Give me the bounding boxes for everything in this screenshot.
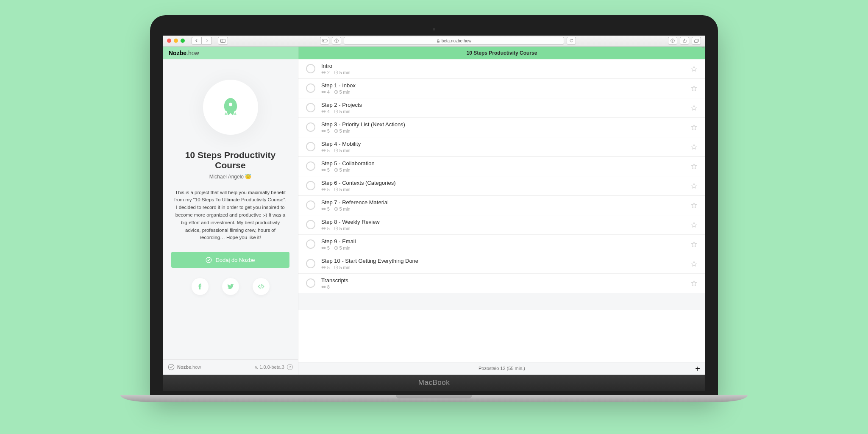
star-button[interactable]	[690, 163, 698, 170]
share-embed-button[interactable]	[253, 278, 270, 295]
svg-point-23	[322, 130, 324, 132]
comments-count: 2	[321, 70, 330, 75]
task-main: Step 4 - Mobility55 min	[321, 141, 684, 153]
content-title: 10 Steps Productivity Course	[467, 50, 537, 56]
tabs-button[interactable]	[692, 37, 701, 45]
reader-button[interactable]	[320, 37, 329, 45]
clock-icon	[334, 226, 338, 231]
fullscreen-window-button[interactable]	[181, 39, 185, 43]
star-button[interactable]	[690, 143, 698, 150]
task-meta: 45 min	[321, 109, 684, 114]
clock-icon	[334, 70, 338, 75]
task-checkbox[interactable]	[306, 161, 315, 171]
footer-brand[interactable]: Nozbe.how	[168, 364, 201, 370]
comments-count: 5	[321, 265, 330, 270]
svg-point-17	[322, 91, 324, 93]
time-estimate: 5 min	[334, 128, 351, 134]
task-checkbox[interactable]	[306, 239, 315, 249]
task-row[interactable]: Step 4 - Mobility55 min	[298, 137, 705, 157]
back-button[interactable]	[192, 37, 202, 45]
screen-bezel: beta.nozbe.how	[150, 15, 718, 395]
task-checkbox[interactable]	[306, 259, 315, 268]
site-info-button[interactable]	[332, 37, 341, 45]
task-title: Step 7 - Reference Material	[321, 199, 684, 206]
new-tab-button[interactable]: +	[702, 45, 704, 50]
clock-icon	[334, 187, 338, 192]
star-button[interactable]	[690, 202, 698, 209]
star-icon	[690, 104, 698, 111]
downloads-button[interactable]	[668, 37, 677, 45]
task-checkbox[interactable]	[306, 142, 315, 151]
task-checkbox[interactable]	[306, 103, 315, 112]
star-button[interactable]	[690, 221, 698, 228]
share-button[interactable]	[680, 37, 689, 45]
task-checkbox[interactable]	[306, 278, 315, 288]
comments-icon	[321, 285, 326, 289]
rocket-icon	[220, 96, 242, 118]
task-row[interactable]: Step 1 - Inbox45 min	[298, 79, 705, 98]
star-button[interactable]	[690, 182, 698, 189]
task-checkbox[interactable]	[306, 200, 315, 210]
star-button[interactable]	[690, 65, 698, 72]
svg-point-26	[322, 149, 324, 151]
close-window-button[interactable]	[167, 39, 171, 43]
svg-point-42	[323, 247, 326, 249]
task-checkbox[interactable]	[306, 181, 315, 190]
task-title: Step 9 - Email	[321, 238, 684, 245]
address-text: beta.nozbe.how	[442, 39, 472, 43]
star-icon	[690, 65, 698, 72]
task-meta: 8	[321, 284, 684, 289]
task-main: Step 6 - Contexts (Categories)55 min	[321, 180, 684, 192]
comments-count: 5	[321, 226, 330, 231]
help-button[interactable]: ?	[287, 364, 293, 370]
task-row[interactable]: Transcripts8	[298, 274, 705, 293]
comments-count: 4	[321, 89, 330, 95]
time-estimate: 5 min	[334, 109, 351, 114]
comments-count: 8	[321, 284, 330, 289]
task-checkbox[interactable]	[306, 83, 315, 93]
star-button[interactable]	[690, 85, 698, 92]
task-row[interactable]: Step 5 - Collaboration55 min	[298, 157, 705, 176]
window-controls	[167, 39, 185, 43]
share-facebook-button[interactable]	[192, 278, 209, 295]
task-checkbox[interactable]	[306, 122, 315, 132]
address-bar[interactable]: beta.nozbe.how	[344, 37, 564, 45]
comments-count: 5	[321, 167, 330, 172]
comments-count: 5	[321, 245, 330, 250]
task-row[interactable]: Step 9 - Email55 min	[298, 235, 705, 254]
star-button[interactable]	[690, 241, 698, 248]
svg-point-3	[323, 40, 324, 42]
task-row[interactable]: Step 6 - Contexts (Categories)55 min	[298, 176, 705, 196]
forward-button[interactable]	[202, 37, 212, 45]
sidebar-toggle-button[interactable]	[218, 37, 228, 45]
star-button[interactable]	[690, 104, 698, 111]
star-button[interactable]	[690, 124, 698, 131]
task-checkbox[interactable]	[306, 220, 315, 229]
reload-button[interactable]	[567, 37, 576, 45]
star-button[interactable]	[690, 260, 698, 267]
task-row[interactable]: Intro25 min	[298, 59, 705, 79]
app-logo[interactable]: Nozbe.how	[163, 47, 298, 59]
task-row[interactable]: Step 7 - Reference Material55 min	[298, 196, 705, 215]
task-row[interactable]: Step 3 - Priority List (Next Actions)55 …	[298, 118, 705, 137]
task-title: Transcripts	[321, 277, 684, 284]
add-to-nozbe-button[interactable]: Dodaj do Nozbe	[171, 252, 289, 268]
task-row[interactable]: Step 8 - Weekly Review55 min	[298, 215, 705, 235]
comments-icon	[321, 227, 326, 230]
svg-point-38	[322, 227, 324, 229]
task-checkbox[interactable]	[306, 64, 315, 73]
minimize-window-button[interactable]	[174, 39, 178, 43]
comments-count: 5	[321, 206, 330, 211]
clock-icon	[334, 168, 338, 172]
task-main: Step 8 - Weekly Review55 min	[321, 219, 684, 231]
share-twitter-button[interactable]	[222, 278, 239, 295]
task-row[interactable]: Step 2 - Projects45 min	[298, 98, 705, 118]
star-button[interactable]	[690, 280, 698, 287]
task-main: Transcripts8	[321, 277, 684, 289]
add-task-button[interactable]: +	[695, 364, 700, 374]
comments-count: 5	[321, 128, 330, 134]
task-meta: 55 min	[321, 265, 684, 270]
task-row[interactable]: Step 10 - Start Getting Everything Done5…	[298, 254, 705, 274]
time-estimate: 5 min	[334, 89, 351, 95]
version-label: v. 1.0.0-beta.3	[255, 364, 284, 370]
